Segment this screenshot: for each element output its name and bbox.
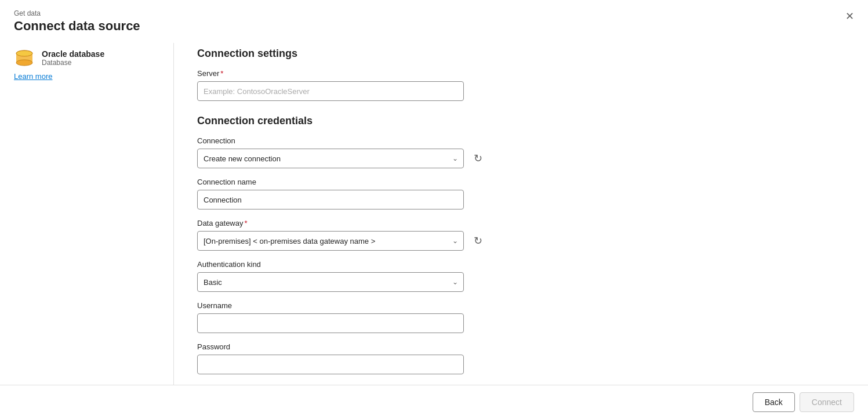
data-gateway-dropdown-row: [On-premises] < on-premises data gateway… — [197, 231, 845, 251]
dialog-body: Oracle database Database Learn more Conn… — [0, 43, 868, 385]
data-gateway-refresh-icon: ↻ — [474, 234, 482, 247]
connection-name-input[interactable] — [197, 190, 464, 210]
oracle-database-icon — [14, 48, 35, 68]
password-input[interactable] — [197, 355, 464, 374]
close-button[interactable]: ✕ — [840, 7, 859, 26]
auth-kind-label: Authentication kind — [197, 260, 845, 269]
datasource-type: Database — [42, 59, 104, 67]
connection-label: Connection — [197, 136, 845, 145]
connection-dropdown-row: Create new connection Use existing conne… — [197, 149, 845, 168]
connection-name-form-group: Connection name — [197, 178, 845, 210]
data-gateway-select[interactable]: [On-premises] < on-premises data gateway… — [197, 231, 464, 251]
sidebar: Oracle database Database Learn more — [0, 43, 174, 385]
connection-credentials-title: Connection credentials — [197, 115, 845, 127]
refresh-icon: ↻ — [474, 152, 482, 165]
password-form-group: Password — [197, 342, 845, 374]
username-input[interactable] — [197, 313, 464, 333]
data-gateway-select-wrapper: [On-premises] < on-premises data gateway… — [197, 231, 464, 251]
username-form-group: Username — [197, 301, 845, 333]
auth-kind-form-group: Authentication kind Basic Windows Anonym… — [197, 260, 845, 292]
get-data-label: Get data — [14, 9, 854, 17]
username-label: Username — [197, 301, 845, 310]
server-input[interactable] — [197, 81, 464, 101]
connection-select-wrapper: Create new connection Use existing conne… — [197, 149, 464, 168]
connection-settings-title: Connection settings — [197, 48, 845, 60]
data-gateway-required-star: * — [245, 219, 248, 227]
connection-credentials-section: Connection credentials Connection Create… — [197, 115, 845, 374]
dialog: ✕ Get data Connect data source — [0, 0, 868, 419]
connection-name-label: Connection name — [197, 178, 845, 186]
password-label: Password — [197, 342, 845, 351]
dialog-header: Get data Connect data source — [0, 0, 868, 34]
data-gateway-form-group: Data gateway* [On-premises] < on-premise… — [197, 219, 845, 251]
dialog-title: Connect data source — [14, 19, 854, 34]
connection-settings-section: Connection settings Server* — [197, 48, 845, 101]
back-button[interactable]: Back — [753, 392, 795, 412]
connection-form-group: Connection Create new connection Use exi… — [197, 136, 845, 168]
datasource-item: Oracle database Database Learn more — [14, 48, 159, 81]
datasource-info: Oracle database Database — [42, 49, 104, 67]
server-form-group: Server* — [197, 69, 845, 101]
server-label: Server* — [197, 69, 845, 78]
auth-kind-select[interactable]: Basic Windows Anonymous — [197, 272, 464, 292]
learn-more-link[interactable]: Learn more — [14, 72, 159, 81]
data-gateway-label: Data gateway* — [197, 219, 845, 227]
datasource-name: Oracle database — [42, 49, 104, 59]
auth-kind-select-wrapper: Basic Windows Anonymous ⌄ — [197, 272, 464, 292]
connection-select[interactable]: Create new connection Use existing conne… — [197, 149, 464, 168]
connect-button: Connect — [800, 392, 854, 412]
data-gateway-refresh-button[interactable]: ↻ — [468, 232, 487, 250]
datasource-icon-row: Oracle database Database — [14, 48, 159, 68]
dialog-footer: Back Connect — [0, 385, 868, 419]
close-icon: ✕ — [845, 10, 854, 23]
svg-point-4 — [16, 50, 32, 56]
server-required-star: * — [220, 69, 223, 78]
svg-point-2 — [16, 60, 32, 66]
connection-refresh-button[interactable]: ↻ — [468, 149, 487, 168]
main-content: Connection settings Server* Connection c… — [174, 43, 868, 385]
